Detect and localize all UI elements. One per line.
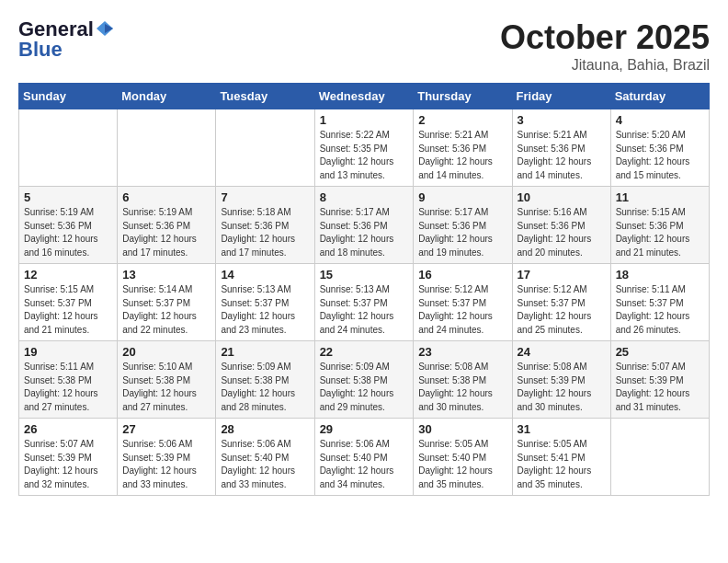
day-info: Sunrise: 5:06 AM Sunset: 5:40 PM Dayligh…	[221, 438, 309, 491]
day-info: Sunrise: 5:17 AM Sunset: 5:36 PM Dayligh…	[320, 206, 409, 259]
day-info: Sunrise: 5:11 AM Sunset: 5:38 PM Dayligh…	[24, 361, 112, 414]
location: Jitauna, Bahia, Brazil	[500, 57, 710, 74]
day-number: 19	[24, 345, 112, 359]
day-info: Sunrise: 5:15 AM Sunset: 5:36 PM Dayligh…	[616, 206, 704, 259]
calendar-cell: 29Sunrise: 5:06 AM Sunset: 5:40 PM Dayli…	[314, 419, 414, 496]
day-info: Sunrise: 5:09 AM Sunset: 5:38 PM Dayligh…	[320, 361, 409, 414]
day-info: Sunrise: 5:08 AM Sunset: 5:39 PM Dayligh…	[518, 361, 606, 414]
calendar-cell: 28Sunrise: 5:06 AM Sunset: 5:40 PM Dayli…	[216, 419, 314, 496]
day-info: Sunrise: 5:08 AM Sunset: 5:38 PM Dayligh…	[418, 361, 506, 414]
calendar-cell: 30Sunrise: 5:05 AM Sunset: 5:40 PM Dayli…	[414, 419, 512, 496]
day-info: Sunrise: 5:19 AM Sunset: 5:36 PM Dayligh…	[24, 206, 112, 259]
day-info: Sunrise: 5:16 AM Sunset: 5:36 PM Dayligh…	[518, 206, 606, 259]
day-info: Sunrise: 5:22 AM Sunset: 5:35 PM Dayligh…	[320, 129, 409, 182]
day-number: 12	[24, 268, 112, 282]
calendar-cell: 10Sunrise: 5:16 AM Sunset: 5:36 PM Dayli…	[512, 187, 610, 264]
day-number: 1	[320, 113, 409, 127]
day-number: 24	[518, 345, 606, 359]
day-info: Sunrise: 5:12 AM Sunset: 5:37 PM Dayligh…	[518, 283, 606, 337]
day-number: 14	[221, 268, 309, 282]
day-info: Sunrise: 5:12 AM Sunset: 5:37 PM Dayligh…	[418, 283, 506, 337]
day-info: Sunrise: 5:14 AM Sunset: 5:37 PM Dayligh…	[122, 283, 210, 337]
calendar-cell: 25Sunrise: 5:07 AM Sunset: 5:39 PM Dayli…	[610, 341, 709, 419]
calendar-cell: 15Sunrise: 5:13 AM Sunset: 5:37 PM Dayli…	[314, 264, 414, 341]
day-number: 13	[122, 268, 210, 282]
calendar-week-2: 5Sunrise: 5:19 AM Sunset: 5:36 PM Daylig…	[19, 187, 710, 264]
day-number: 17	[518, 268, 606, 282]
day-info: Sunrise: 5:13 AM Sunset: 5:37 PM Dayligh…	[221, 283, 309, 337]
day-info: Sunrise: 5:13 AM Sunset: 5:37 PM Dayligh…	[320, 283, 409, 337]
logo: General Blue	[18, 18, 113, 61]
column-header-saturday: Saturday	[610, 84, 709, 109]
day-info: Sunrise: 5:06 AM Sunset: 5:39 PM Dayligh…	[122, 438, 210, 491]
calendar-cell: 4Sunrise: 5:20 AM Sunset: 5:36 PM Daylig…	[610, 109, 709, 187]
calendar-cell: 20Sunrise: 5:10 AM Sunset: 5:38 PM Dayli…	[118, 341, 216, 419]
day-number: 31	[518, 422, 606, 436]
day-info: Sunrise: 5:09 AM Sunset: 5:38 PM Dayligh…	[221, 361, 309, 414]
calendar-cell: 8Sunrise: 5:17 AM Sunset: 5:36 PM Daylig…	[314, 187, 414, 264]
day-number: 5	[24, 190, 112, 204]
calendar-cell: 24Sunrise: 5:08 AM Sunset: 5:39 PM Dayli…	[512, 341, 610, 419]
calendar-cell: 5Sunrise: 5:19 AM Sunset: 5:36 PM Daylig…	[19, 187, 118, 264]
calendar-table: SundayMondayTuesdayWednesdayThursdayFrid…	[18, 83, 710, 496]
day-number: 4	[616, 113, 704, 127]
calendar-cell: 1Sunrise: 5:22 AM Sunset: 5:35 PM Daylig…	[314, 109, 414, 187]
day-info: Sunrise: 5:21 AM Sunset: 5:36 PM Dayligh…	[418, 129, 506, 182]
calendar-cell: 22Sunrise: 5:09 AM Sunset: 5:38 PM Dayli…	[314, 341, 414, 419]
day-number: 22	[320, 345, 409, 359]
column-header-monday: Monday	[118, 84, 216, 109]
logo-blue: Blue	[18, 39, 63, 61]
column-header-tuesday: Tuesday	[216, 84, 314, 109]
calendar-cell	[610, 419, 709, 496]
calendar-cell: 16Sunrise: 5:12 AM Sunset: 5:37 PM Dayli…	[414, 264, 512, 341]
calendar-cell: 3Sunrise: 5:21 AM Sunset: 5:36 PM Daylig…	[512, 109, 610, 187]
day-number: 23	[418, 345, 506, 359]
calendar-cell: 18Sunrise: 5:11 AM Sunset: 5:37 PM Dayli…	[610, 264, 709, 341]
day-info: Sunrise: 5:10 AM Sunset: 5:38 PM Dayligh…	[122, 361, 210, 414]
day-info: Sunrise: 5:18 AM Sunset: 5:36 PM Dayligh…	[221, 206, 309, 259]
calendar-cell: 19Sunrise: 5:11 AM Sunset: 5:38 PM Dayli…	[19, 341, 118, 419]
calendar-header-row: SundayMondayTuesdayWednesdayThursdayFrid…	[19, 84, 710, 109]
day-number: 20	[122, 345, 210, 359]
day-info: Sunrise: 5:17 AM Sunset: 5:36 PM Dayligh…	[418, 206, 506, 259]
calendar-week-3: 12Sunrise: 5:15 AM Sunset: 5:37 PM Dayli…	[19, 264, 710, 341]
calendar-cell: 11Sunrise: 5:15 AM Sunset: 5:36 PM Dayli…	[610, 187, 709, 264]
day-info: Sunrise: 5:05 AM Sunset: 5:40 PM Dayligh…	[418, 438, 506, 491]
day-number: 2	[418, 113, 506, 127]
day-number: 9	[418, 190, 506, 204]
day-info: Sunrise: 5:05 AM Sunset: 5:41 PM Dayligh…	[518, 438, 606, 491]
calendar-cell	[19, 109, 118, 187]
day-info: Sunrise: 5:19 AM Sunset: 5:36 PM Dayligh…	[122, 206, 210, 259]
logo-icon	[97, 20, 113, 37]
day-number: 28	[221, 422, 309, 436]
calendar-week-1: 1Sunrise: 5:22 AM Sunset: 5:35 PM Daylig…	[19, 109, 710, 187]
page-header: General Blue October 2025 Jitauna, Bahia…	[18, 18, 710, 74]
calendar-cell: 27Sunrise: 5:06 AM Sunset: 5:39 PM Dayli…	[118, 419, 216, 496]
month-title: October 2025	[500, 18, 710, 57]
calendar-cell: 14Sunrise: 5:13 AM Sunset: 5:37 PM Dayli…	[216, 264, 314, 341]
day-info: Sunrise: 5:07 AM Sunset: 5:39 PM Dayligh…	[24, 438, 112, 491]
calendar-cell: 21Sunrise: 5:09 AM Sunset: 5:38 PM Dayli…	[216, 341, 314, 419]
title-block: October 2025 Jitauna, Bahia, Brazil	[500, 18, 710, 74]
calendar-cell: 6Sunrise: 5:19 AM Sunset: 5:36 PM Daylig…	[118, 187, 216, 264]
day-number: 15	[320, 268, 409, 282]
column-header-friday: Friday	[512, 84, 610, 109]
day-info: Sunrise: 5:11 AM Sunset: 5:37 PM Dayligh…	[616, 283, 704, 337]
calendar-cell: 31Sunrise: 5:05 AM Sunset: 5:41 PM Dayli…	[512, 419, 610, 496]
day-number: 27	[122, 422, 210, 436]
day-info: Sunrise: 5:15 AM Sunset: 5:37 PM Dayligh…	[24, 283, 112, 337]
calendar-cell	[216, 109, 314, 187]
column-header-wednesday: Wednesday	[314, 84, 414, 109]
day-number: 7	[221, 190, 309, 204]
day-info: Sunrise: 5:07 AM Sunset: 5:39 PM Dayligh…	[616, 361, 704, 414]
day-info: Sunrise: 5:21 AM Sunset: 5:36 PM Dayligh…	[518, 129, 606, 182]
day-number: 3	[518, 113, 606, 127]
day-number: 6	[122, 190, 210, 204]
day-info: Sunrise: 5:06 AM Sunset: 5:40 PM Dayligh…	[320, 438, 409, 491]
day-number: 25	[616, 345, 704, 359]
day-number: 10	[518, 190, 606, 204]
day-number: 11	[616, 190, 704, 204]
day-number: 18	[616, 268, 704, 282]
calendar-cell: 13Sunrise: 5:14 AM Sunset: 5:37 PM Dayli…	[118, 264, 216, 341]
column-header-sunday: Sunday	[19, 84, 118, 109]
